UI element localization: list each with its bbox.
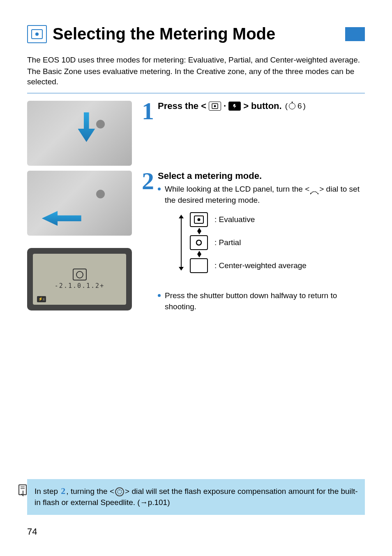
step-1-title: Press the < · > button. (6) — [158, 101, 365, 111]
note-text: In step 2, turning the <> dial will set … — [35, 485, 358, 508]
metering-modes-diagram: : Evaluative : Partial : Center- — [182, 211, 365, 274]
svg-point-6 — [196, 240, 201, 245]
timer-icon — [289, 103, 295, 109]
quick-control-dial-icon — [115, 487, 124, 496]
svg-point-5 — [198, 218, 201, 221]
page-title-bar: Selecting the Metering Mode — [27, 25, 365, 43]
center-weighted-label: : Center-weighted average — [214, 261, 307, 270]
flash-comp-icon — [228, 102, 241, 111]
step-1-title-suffix: > button. — [243, 101, 281, 111]
intro-line-2: The Basic Zone uses evaluative metering.… — [27, 66, 365, 87]
bullet-icon — [158, 294, 161, 297]
step-1-number: 1 — [138, 100, 158, 122]
lcd-exposure-scale: -2.1.0.1.2+ — [55, 282, 104, 290]
step-2: ⚡± -2.1.0.1.2+ 2 Select a metering mode.… — [27, 171, 365, 323]
step-1-timer-note: (6) — [285, 102, 306, 111]
svg-point-1 — [35, 32, 39, 36]
page-title: Selecting the Metering Mode — [53, 25, 339, 43]
svg-point-3 — [214, 105, 216, 107]
note-icon — [17, 484, 29, 496]
step-2-bullet-1: While looking at the LCD panel, turn the… — [158, 184, 365, 206]
partial-icon — [190, 235, 208, 250]
step-1: 1 Press the < · > button. (6) — [27, 101, 365, 166]
evaluative-icon — [190, 212, 208, 227]
metering-button-icon — [209, 102, 221, 111]
lcd-panel-illustration: ⚡± -2.1.0.1.2+ — [27, 248, 132, 310]
step-2-bullet-2: Press the shutter button down halfway to… — [158, 290, 365, 312]
title-accent-bar — [345, 27, 365, 41]
note-step-ref: 2 — [61, 486, 65, 496]
step-2-title: Select a metering mode. — [158, 171, 365, 181]
main-dial-icon — [310, 187, 318, 192]
tip-note-box: In step 2, turning the <> dial will set … — [27, 479, 365, 515]
mode-center-row: : Center-weighted average — [190, 257, 307, 274]
step-1-title-prefix: Press the < — [158, 101, 206, 111]
center-weighted-icon — [190, 258, 208, 273]
evaluative-label: : Evaluative — [214, 215, 255, 224]
camera-press-illustration — [27, 101, 132, 166]
mode-toggle-arrows — [197, 228, 201, 234]
metering-title-icon — [27, 25, 47, 43]
lcd-flash-comp-icon: ⚡± — [37, 296, 46, 302]
section-separator — [27, 93, 365, 93]
intro-line-1: The EOS 10D uses three modes for meterin… — [27, 55, 365, 65]
mode-partial-row: : Partial — [190, 234, 307, 251]
mode-toggle-arrows — [197, 251, 201, 257]
page-number: 74 — [27, 526, 37, 537]
camera-dial-illustration — [27, 171, 132, 236]
step-2-number: 2 — [138, 170, 158, 192]
mode-evaluative-row: : Evaluative — [190, 211, 307, 228]
bullet-icon — [158, 188, 161, 190]
intro-block: The EOS 10D uses three modes for meterin… — [27, 55, 365, 87]
lcd-partial-icon — [73, 269, 87, 280]
partial-label: : Partial — [214, 238, 241, 247]
